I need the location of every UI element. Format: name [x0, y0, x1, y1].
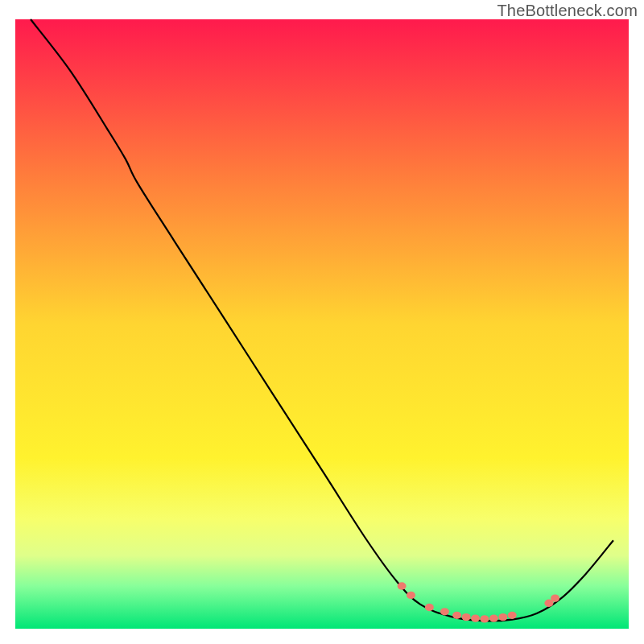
watermark-text: TheBottleneck.com: [497, 2, 638, 20]
curve-marker: [489, 614, 498, 621]
curve-marker: [471, 614, 480, 621]
plot-background: [15, 19, 629, 629]
curve-marker: [440, 608, 449, 615]
curve-marker: [398, 582, 407, 589]
curve-marker: [551, 594, 559, 601]
bottleneck-chart: [0, 0, 644, 644]
curve-marker: [452, 612, 461, 619]
curve-marker: [407, 592, 415, 599]
curve-marker: [508, 612, 517, 619]
curve-marker: [425, 604, 434, 611]
curve-marker: [480, 615, 489, 622]
curve-marker: [462, 613, 471, 621]
chart-container: TheBottleneck.com: [0, 0, 644, 644]
curve-marker: [498, 613, 507, 621]
